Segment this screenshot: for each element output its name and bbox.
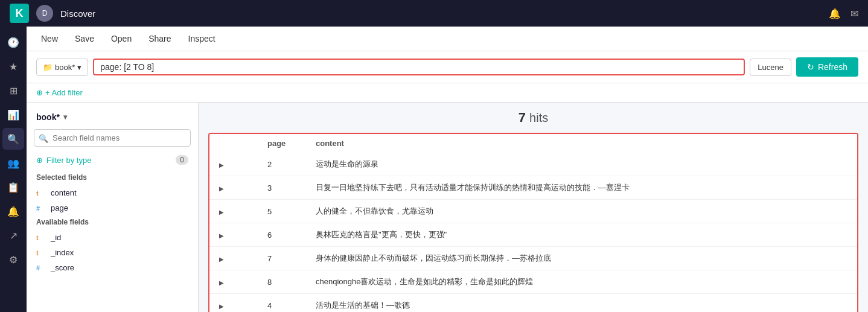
index-label: book*	[36, 112, 60, 122]
field-type-icon-hash: #	[36, 264, 46, 272]
row-expand-button[interactable]: ▶	[219, 279, 224, 286]
nav-users[interactable]: 👥	[2, 152, 24, 174]
row-content: 奥林匹克的格言是"更高，更快，更强"	[306, 223, 857, 247]
table-row: ▶ 8 chenqionghe喜欢运动，生命是如此的精彩，生命是如此的辉煌	[209, 270, 857, 294]
row-expand-cell: ▶	[209, 176, 258, 200]
avatar[interactable]: D	[36, 5, 53, 22]
notifications-icon[interactable]: 🔔	[829, 8, 841, 19]
field-item-score[interactable]: # _score	[27, 260, 198, 275]
left-nav: 🕐 ★ ⊞ 📊 🔍 👥 📋 🔔 ↗ ⚙	[0, 27, 27, 312]
field-type-icon-t: t	[36, 234, 46, 241]
hits-label: hits	[529, 111, 548, 125]
row-expand-button[interactable]: ▶	[219, 209, 224, 215]
chevron-down-icon: ▾	[63, 113, 67, 121]
search-icon: 🔍	[39, 133, 48, 142]
app-title: Discover	[60, 8, 822, 19]
row-expand-button[interactable]: ▶	[219, 256, 224, 263]
toolbar: New Save Open Share Inspect	[27, 27, 868, 51]
chevron-down-icon: ▾	[77, 63, 81, 72]
row-expand-cell: ▶	[209, 270, 258, 294]
row-page: 4	[258, 294, 306, 313]
nav-history[interactable]: 🕐	[2, 31, 24, 53]
results-tbody: ▶ 2 运动是生命的源泉 ▶ 3 日复一日地坚持练下去吧，只有活动适量才能保持训…	[209, 153, 857, 312]
index-picker[interactable]: 📁 book* ▾	[36, 59, 88, 76]
field-item-content[interactable]: t content	[27, 185, 198, 200]
row-page: 8	[258, 270, 306, 294]
field-search-container: 🔍	[34, 129, 191, 147]
selected-fields-title: Selected fields	[27, 171, 198, 185]
row-page: 3	[258, 176, 306, 200]
row-content: 运动是生命的源泉	[306, 153, 857, 176]
field-type-icon-t: t	[36, 189, 46, 197]
refresh-icon: ↻	[807, 62, 814, 72]
nav-logs[interactable]: 📋	[2, 176, 24, 198]
fields-panel: book* ▾ 🔍 ⊕ Filter by type 0 S	[27, 103, 199, 312]
row-page: 5	[258, 200, 306, 223]
table-row: ▶ 6 奥林匹克的格言是"更高，更快，更强"	[209, 223, 857, 247]
app-logo: K	[10, 4, 29, 23]
results-header: 7 hits	[208, 110, 858, 126]
topbar-icons: 🔔 ✉	[829, 8, 858, 19]
field-name-content: content	[51, 188, 77, 197]
row-content: 活动是生活的基础！—歌德	[306, 294, 857, 313]
nav-favorites[interactable]: ★	[2, 56, 24, 77]
index-selector[interactable]: book* ▾	[27, 110, 198, 129]
nav-settings[interactable]: ⚙	[2, 249, 24, 270]
results-table-wrap: page content ▶ 2 运动是生命的源泉 ▶ 3 日复一日地坚持练下去…	[208, 133, 858, 312]
nav-discover[interactable]: 🔍	[2, 128, 24, 150]
open-button[interactable]: Open	[106, 31, 136, 46]
refresh-button[interactable]: ↻ Refresh	[796, 57, 858, 77]
index-icon: 📁	[43, 63, 53, 72]
field-type-icon-hash: #	[36, 205, 46, 212]
nav-dashboard[interactable]: ⊞	[2, 80, 24, 101]
add-filter-label: + Add filter	[45, 88, 83, 97]
available-fields-title: Available fields	[27, 215, 198, 230]
row-expand-button[interactable]: ▶	[219, 162, 224, 168]
new-button[interactable]: New	[36, 31, 63, 46]
content-area: book* ▾ 🔍 ⊕ Filter by type 0 S	[27, 103, 868, 312]
col-header-page: page	[258, 134, 306, 153]
row-content: chenqionghe喜欢运动，生命是如此的精彩，生命是如此的辉煌	[306, 270, 857, 294]
filter-by-type-label: ⊕ Filter by type	[36, 156, 91, 165]
query-input-wrap	[93, 59, 745, 75]
row-page: 2	[258, 153, 306, 176]
results-table: page content ▶ 2 运动是生命的源泉 ▶ 3 日复一日地坚持练下去…	[209, 134, 857, 312]
row-expand-button[interactable]: ▶	[219, 185, 224, 192]
querybar: 📁 book* ▾ Lucene ↻ Refresh	[27, 51, 868, 83]
filter-by-type-row[interactable]: ⊕ Filter by type 0	[27, 153, 198, 171]
table-row: ▶ 4 活动是生活的基础！—歌德	[209, 294, 857, 313]
results-area: 7 hits page content	[199, 103, 868, 312]
share-button[interactable]: Share	[144, 31, 176, 46]
row-content: 日复一日地坚持练下去吧，只有活动适量才能保持训练的热情和提高运动的技能．—塞涅卡	[306, 176, 857, 200]
field-item-page[interactable]: # page	[27, 200, 198, 215]
hits-count: 7	[519, 110, 526, 126]
col-header-content: content	[306, 134, 857, 153]
field-name-index: _index	[51, 248, 74, 257]
field-item-id[interactable]: t _id	[27, 230, 198, 245]
nav-alerts[interactable]: 🔔	[2, 200, 24, 222]
index-name: book*	[55, 63, 75, 72]
filterbar: ⊕ + Add filter	[27, 83, 868, 103]
row-expand-button[interactable]: ▶	[219, 303, 224, 310]
query-input[interactable]	[100, 62, 738, 72]
row-content: 身体的健康因静止不动而破坏，因运动练习而长期保持．—苏格拉底	[306, 247, 857, 270]
nav-visualize[interactable]: 📊	[2, 104, 24, 126]
row-expand-button[interactable]: ▶	[219, 232, 224, 239]
field-item-index[interactable]: t _index	[27, 245, 198, 260]
topbar: K D Discover 🔔 ✉	[0, 0, 868, 27]
save-button[interactable]: Save	[70, 31, 99, 46]
mail-icon[interactable]: ✉	[850, 8, 858, 19]
row-expand-cell: ▶	[209, 200, 258, 223]
lucene-button[interactable]: Lucene	[750, 59, 791, 76]
selected-fields-list: t content # page	[27, 185, 198, 215]
table-row: ▶ 3 日复一日地坚持练下去吧，只有活动适量才能保持训练的热情和提高运动的技能．…	[209, 176, 857, 200]
row-expand-cell: ▶	[209, 153, 258, 176]
row-page: 7	[258, 247, 306, 270]
field-search-input[interactable]	[34, 129, 191, 147]
main-layout: 🕐 ★ ⊞ 📊 🔍 👥 📋 🔔 ↗ ⚙ New Save Open Share …	[0, 27, 868, 312]
add-filter-button[interactable]: ⊕ + Add filter	[36, 88, 83, 97]
field-name-score: _score	[51, 263, 74, 272]
inspect-button[interactable]: Inspect	[183, 31, 220, 46]
filter-icon: ⊕	[36, 156, 43, 165]
nav-share[interactable]: ↗	[2, 224, 24, 246]
